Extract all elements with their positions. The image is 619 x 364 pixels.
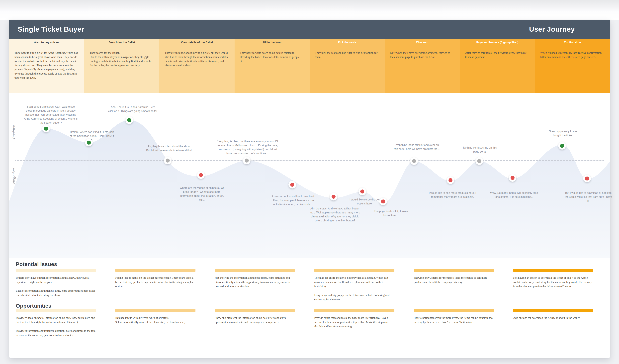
opportunity-column-3: Show and highlight the information about…	[215, 309, 295, 337]
axis-label-negative: Negative	[12, 168, 16, 184]
journey-point-14-negative	[509, 174, 516, 182]
opportunity-color-bar-4	[314, 309, 394, 312]
journey-point-13-neutral	[476, 157, 483, 165]
potential-issues-grid: If users don't have enough information a…	[16, 269, 593, 302]
stage-label-4: Fill in the form	[235, 39, 310, 46]
journey-note-11: Everything looks familiar and clear on t…	[394, 143, 440, 151]
stage-description-7: After they go through all the previous s…	[460, 46, 535, 93]
journey-point-16-negative	[583, 175, 591, 182]
journey-note-9: I would like to see the best options her…	[346, 198, 384, 206]
issue-color-bar-2	[115, 269, 196, 272]
stage-description-6: Now when they have everything arranged, …	[385, 46, 460, 93]
opportunity-column-2: Replace inputs with different types of s…	[115, 309, 196, 337]
opportunity-text-3: Show and highlight the information about…	[215, 316, 295, 324]
journey-map-card: Single Ticket Buyer User Journey Want to…	[9, 20, 610, 358]
negative-dot-icon	[381, 199, 385, 203]
journey-note-7: It is easy but I would like to see best …	[268, 194, 318, 206]
journey-point-11-neutral	[410, 157, 418, 165]
journey-point-6-neutral	[243, 157, 251, 164]
issue-color-bar-4	[314, 269, 394, 272]
positive-dot-icon	[560, 144, 564, 148]
issue-color-bar-1	[16, 269, 96, 272]
opportunity-color-bar-6	[513, 309, 593, 312]
opportunity-color-bar-1	[16, 309, 96, 312]
journey-point-4-neutral	[164, 157, 171, 164]
opportunity-column-1: Provide videos, snippets, information ab…	[16, 309, 96, 337]
issue-color-bar-6	[513, 269, 593, 272]
negative-dot-icon	[585, 177, 589, 181]
negative-dot-icon	[510, 176, 515, 180]
opportunity-color-bar-5	[414, 309, 494, 312]
journey-note-5: Where are the videos or snippets? Or pri…	[177, 186, 227, 202]
neutral-dot-icon	[166, 158, 170, 163]
journey-point-5-negative	[197, 171, 205, 179]
opportunities-grid: Provide videos, snippets, information ab…	[16, 309, 593, 337]
stage-label-3: View details of the Ballet	[159, 39, 235, 46]
stage-description-4: They have to write down about details re…	[235, 46, 310, 93]
issue-text-2: Facing lots of inputs on the Ticket purc…	[115, 276, 196, 289]
opportunity-color-bar-3	[215, 309, 295, 312]
stage-label-5: Pick the seats	[310, 39, 385, 46]
journey-note-10: The page loads a lot, it takes lots of t…	[373, 209, 409, 217]
opportunity-text-2: Replace inputs with different types of s…	[115, 316, 196, 324]
stage-label-8: Confirmation	[535, 39, 610, 46]
journey-point-15-positive	[558, 142, 566, 150]
stage-label-6: Checkout	[385, 39, 460, 46]
opportunity-column-6: Add options for download the ticket, or …	[513, 309, 593, 337]
stage-label-7: Payment Process (Sign up First)	[460, 39, 535, 46]
negative-dot-icon	[332, 195, 336, 199]
negative-dot-icon	[449, 178, 452, 182]
neutral-dot-icon	[245, 158, 249, 163]
journey-note-3: Aha! There it is.. Anna Karenina, Let's …	[108, 105, 158, 113]
journey-point-12-negative	[447, 176, 454, 184]
journey-point-1-positive	[42, 125, 50, 132]
journey-note-1: Such beautiful pictures! Can't wait to s…	[23, 105, 78, 125]
issue-text-5: Showing only 3 items for the upsell lose…	[414, 276, 494, 284]
journey-note-14: Wow, So many inputs, will definitely tak…	[490, 191, 538, 199]
stage-description-row: They want to buy a ticket for Anna Karen…	[9, 46, 610, 93]
issue-text-3: Not showing the information about best o…	[215, 276, 295, 289]
stage-label-row: Want to buy a ticketSearch for the Balle…	[9, 39, 610, 46]
negative-dot-icon	[290, 183, 294, 187]
stage-description-8: When finished successfully, they receive…	[535, 46, 610, 93]
issue-column-6: Not having an option to download the tic…	[513, 269, 593, 302]
opportunity-text-1: Provide videos, snippets, information ab…	[16, 316, 96, 337]
emotion-curve	[9, 95, 610, 258]
positive-dot-icon	[127, 118, 131, 122]
issue-column-4: The map for entire theater is not provid…	[314, 269, 394, 302]
journey-note-15: Great, apparently I have bought the tick…	[547, 129, 580, 137]
stage-description-2: They search for the Ballet. Due to the d…	[84, 46, 159, 93]
issue-column-2: Facing lots of inputs on the Ticket purc…	[115, 269, 196, 302]
opportunity-text-6: Add options for download the ticket, or …	[513, 316, 593, 320]
stage-description-3: They are thinking about buying a ticket,…	[159, 46, 235, 93]
card-header: Single Ticket Buyer User Journey	[9, 20, 610, 39]
issue-column-1: If users don't have enough information a…	[16, 269, 96, 302]
stage-description-1: They want to buy a ticket for Anna Karen…	[9, 46, 84, 93]
issue-text-6: Not having an option to download the tic…	[513, 276, 593, 289]
positive-dot-icon	[44, 126, 48, 131]
journey-note-13: Nothing confuses me on this page so far	[461, 146, 499, 154]
opportunity-column-5: Have a horizontal scroll for more items,…	[414, 309, 494, 337]
journey-graph: Positive Negative Such beautiful picture…	[9, 95, 610, 258]
issue-column-3: Not showing the information about best o…	[215, 269, 295, 302]
journey-point-10-negative	[379, 198, 387, 205]
journey-point-8-negative	[330, 193, 337, 200]
negative-dot-icon	[360, 189, 364, 194]
positive-dot-icon	[87, 140, 91, 145]
neutral-line	[15, 160, 604, 161]
opportunity-color-bar-2	[115, 309, 196, 312]
issue-text-4: The map for entire theater is not provid…	[314, 276, 394, 302]
issue-text-1: If users don't have enough information a…	[16, 276, 96, 297]
stage-description-5: They pick the seats and use filter to fi…	[310, 46, 385, 93]
journey-note-8: Ahh the seats! And we have a filter butt…	[309, 207, 361, 223]
stage-label-1: Want to buy a ticket	[9, 39, 84, 46]
journey-note-4: Ah, they have a text about the show. But…	[146, 144, 193, 152]
top-strip	[0, 0, 619, 20]
journey-point-3-positive	[126, 116, 133, 124]
neutral-dot-icon	[477, 159, 481, 163]
issue-color-bar-5	[414, 269, 494, 272]
negative-dot-icon	[199, 173, 203, 177]
journey-note-16: But I would like to download or add it t…	[564, 191, 613, 203]
journey-point-7-negative	[288, 181, 296, 188]
opportunities-heading: Opportunities	[16, 303, 51, 309]
